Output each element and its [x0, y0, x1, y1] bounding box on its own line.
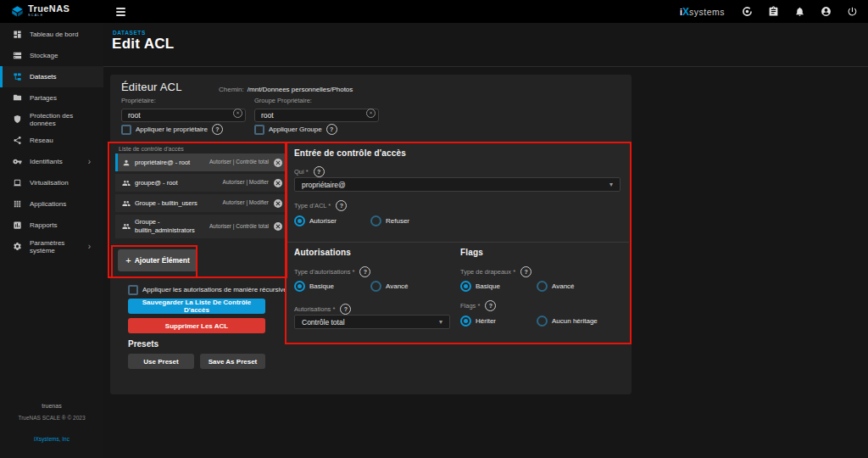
radio-icon	[537, 316, 548, 327]
laptop-icon	[13, 178, 22, 187]
group-icon	[122, 222, 131, 231]
radio-flags-avance[interactable]: Avancé	[537, 281, 575, 292]
radio-icon	[370, 215, 381, 226]
help-icon[interactable]: ?	[314, 166, 325, 177]
brand-sub: SCALE	[28, 14, 54, 17]
sidebar-item-rapports[interactable]: Rapports	[0, 215, 103, 236]
strip-acl-button[interactable]: Supprimer Les ACL	[128, 318, 265, 333]
radio-icon	[460, 281, 471, 292]
hostname: truenas	[0, 400, 103, 412]
sidebar-item-stockage[interactable]: Stockage	[0, 45, 103, 66]
radio-perm-basique[interactable]: Basique	[294, 281, 370, 292]
presets-title: Presets	[128, 339, 159, 349]
clear-owner-icon[interactable]: ✕	[233, 109, 242, 118]
remove-entry-icon[interactable]	[273, 178, 283, 188]
save-acl-button[interactable]: Sauvegarder La Liste De Contrôle D'accès	[128, 299, 265, 314]
header-divider	[103, 66, 868, 67]
help-icon[interactable]: ?	[326, 124, 337, 135]
reports-chart-icon	[13, 221, 22, 230]
copyright: TrueNAS SCALE ® © 2023	[0, 412, 103, 423]
brand-name: TrueNAS	[28, 4, 70, 14]
radio-icon	[294, 215, 305, 226]
chevron-down-icon: ▾	[439, 318, 442, 326]
flags-title: Flags	[460, 248, 483, 257]
apps-grid-icon	[13, 199, 22, 209]
datasets-tree-icon	[13, 72, 22, 81]
group-icon	[122, 199, 131, 208]
gear-icon	[13, 242, 22, 251]
acl-type-radio-group: Autoriser Refuser	[294, 215, 409, 226]
recursive-checkbox[interactable]	[128, 285, 138, 295]
chevron-right-icon: ›	[88, 158, 91, 166]
truenas-logo: TrueNAS SCALE	[0, 0, 103, 23]
truecommand-icon[interactable]	[737, 0, 758, 23]
storage-icon	[13, 51, 22, 60]
chevron-down-icon: ▾	[609, 181, 613, 188]
sidebar-item-reseau[interactable]: Réseau	[0, 130, 103, 151]
save-as-preset-button[interactable]: Save As Preset	[200, 354, 265, 369]
acl-list-title: Liste de contrôle d'accès	[119, 146, 184, 152]
use-preset-button[interactable]: Use Preset	[128, 354, 194, 369]
permissions-select[interactable]: Contrôle total ▾	[294, 315, 450, 329]
sidebar-item-parametres-systeme[interactable]: Paramètres système ›	[0, 236, 103, 257]
flags-radio-group: Hériter Aucun héritage	[460, 316, 598, 327]
main-content: DATASETS Edit ACL Éditeur ACL Chemin: /m…	[103, 23, 868, 458]
flags-type-label-row: Type de drapeaux * ?	[460, 266, 531, 277]
radio-refuser[interactable]: Refuser	[370, 215, 409, 226]
person-icon	[122, 159, 131, 167]
radio-autoriser[interactable]: Autoriser	[294, 215, 370, 226]
remove-entry-icon[interactable]	[273, 198, 283, 209]
help-icon[interactable]: ?	[340, 304, 351, 315]
sidebar-item-protection-des-donnees[interactable]: Protection des données	[0, 109, 103, 130]
apply-owner-checkbox[interactable]	[121, 125, 131, 135]
acl-list: propriétaire@ - root Autoriser | Contrôl…	[115, 154, 287, 241]
help-icon[interactable]: ?	[359, 266, 370, 277]
help-icon[interactable]: ?	[485, 300, 496, 311]
radio-heriter[interactable]: Hériter	[460, 316, 537, 327]
radio-aucun-heritage[interactable]: Aucun héritage	[537, 316, 598, 327]
sidebar-item-tableau-de-bord[interactable]: Tableau de bord	[0, 24, 103, 45]
help-icon[interactable]: ?	[336, 200, 347, 211]
sidebar-item-virtualisation[interactable]: Virtualisation	[0, 172, 103, 193]
chevron-right-icon: ›	[88, 243, 91, 251]
perm-type-radio-group: Basique Avancé	[294, 281, 409, 292]
acl-list-item[interactable]: propriétaire@ - root Autoriser | Contrôl…	[115, 154, 287, 171]
ixsystems-link[interactable]: iXsystems, Inc	[34, 436, 70, 442]
dataset-path: Chemin: /mnt/Donnees personnelles/Photos	[219, 86, 353, 93]
help-icon[interactable]: ?	[212, 124, 223, 135]
apply-group-checkbox[interactable]	[254, 125, 264, 135]
remove-entry-icon[interactable]	[273, 158, 283, 168]
radio-flags-basique[interactable]: Basique	[460, 281, 537, 292]
acl-editor-card: Éditeur ACL Chemin: /mnt/Donnees personn…	[110, 75, 632, 394]
acl-list-item[interactable]: Groupe - builtin_administrators Autorise…	[115, 215, 287, 238]
network-icon	[13, 136, 22, 145]
acl-list-item[interactable]: Groupe - builtin_users Autoriser | Modif…	[115, 194, 287, 212]
sidebar-item-datasets[interactable]: Datasets	[0, 66, 103, 87]
shield-icon	[13, 114, 22, 124]
radio-icon	[460, 316, 471, 327]
breadcrumb[interactable]: DATASETS	[113, 30, 146, 36]
alerts-bell-icon[interactable]	[789, 0, 810, 23]
key-icon	[13, 157, 22, 166]
sidebar-item-identifiants[interactable]: Identifiants ›	[0, 151, 103, 172]
radio-perm-avance[interactable]: Avancé	[370, 281, 409, 292]
menu-icon[interactable]	[113, 4, 129, 20]
power-icon[interactable]	[842, 0, 863, 23]
acl-list-item[interactable]: groupe@ - root Autoriser | Modifier	[115, 174, 287, 192]
account-icon[interactable]	[815, 0, 837, 23]
apply-group-checkbox-row: Appliquer Groupe ?	[254, 124, 337, 135]
sidebar-item-partages[interactable]: Partages	[0, 87, 103, 109]
help-icon[interactable]: ?	[520, 266, 531, 277]
dashboard-icon	[13, 30, 22, 39]
clear-group-icon[interactable]: ✕	[366, 109, 376, 118]
radio-icon	[537, 281, 548, 292]
add-item-button[interactable]: + Ajouter Élément	[118, 249, 198, 271]
perm-select-label-row: Autorisations * ?	[294, 304, 351, 315]
remove-entry-icon[interactable]	[273, 221, 283, 232]
group-owner-field[interactable]	[254, 109, 379, 122]
ixsystems-logo: iXsystems	[680, 6, 725, 18]
sidebar-item-applications[interactable]: Applications	[0, 193, 103, 215]
owner-field[interactable]	[121, 109, 246, 122]
jobs-icon[interactable]	[763, 0, 784, 23]
who-select[interactable]: propriétaire@ ▾	[294, 177, 620, 192]
